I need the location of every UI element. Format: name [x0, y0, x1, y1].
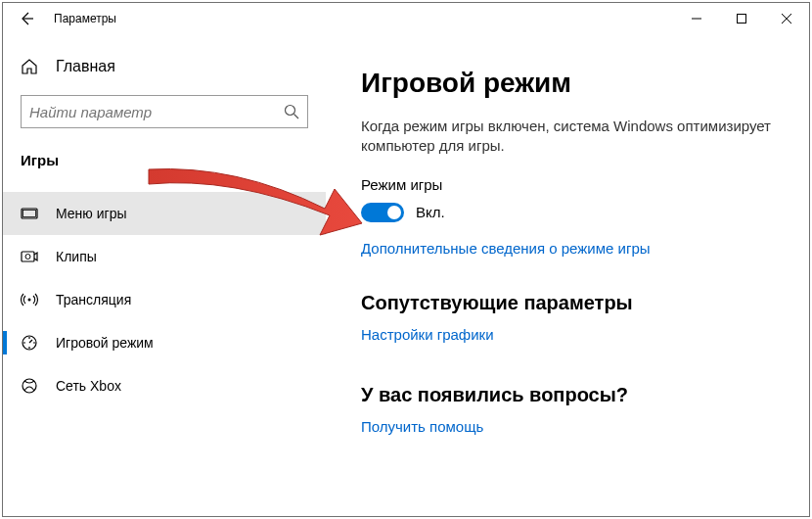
game-mode-toggle[interactable]	[361, 203, 404, 222]
main-panel: Игровой режим Когда режим игры включен, …	[326, 34, 809, 516]
graphics-settings-link[interactable]: Настройки графики	[361, 326, 494, 343]
captures-icon	[21, 248, 38, 265]
maximize-icon	[737, 14, 746, 24]
toggle-state: Вкл.	[416, 204, 445, 220]
section-header: Игры	[3, 128, 326, 178]
sidebar-item-game-mode[interactable]: Игровой режим	[3, 321, 326, 364]
toggle-label: Режим игры	[361, 176, 780, 193]
settings-window: Параметры Главная	[2, 2, 810, 517]
sidebar-item-captures[interactable]: Клипы	[3, 235, 326, 278]
game-mode-icon	[21, 334, 38, 352]
search-icon	[284, 104, 299, 119]
svg-rect-4	[22, 252, 34, 261]
minimize-button[interactable]	[674, 3, 719, 34]
arrow-left-icon	[19, 11, 34, 26]
maximize-button[interactable]	[719, 3, 764, 34]
sidebar-item-label: Сеть Xbox	[56, 378, 121, 394]
toggle-knob	[387, 206, 401, 219]
back-button[interactable]	[3, 3, 50, 34]
sidebar: Главная Игры Меню игры Клипы	[3, 34, 326, 516]
xbox-icon	[21, 377, 38, 395]
minimize-icon	[692, 14, 701, 24]
svg-point-1	[286, 106, 295, 116]
broadcasting-icon	[21, 291, 38, 308]
search-input[interactable]	[29, 104, 284, 120]
titlebar: Параметры	[3, 3, 809, 34]
svg-rect-3	[23, 211, 36, 217]
sidebar-item-label: Меню игры	[56, 206, 127, 221]
nav-list: Меню игры Клипы Трансляция	[3, 192, 326, 407]
home-icon	[21, 58, 38, 75]
toggle-row: Вкл.	[361, 203, 780, 222]
home-label: Главная	[56, 58, 115, 75]
page-description: Когда режим игры включен, система Window…	[361, 117, 780, 157]
close-icon	[782, 14, 791, 24]
sidebar-item-label: Игровой режим	[56, 335, 154, 351]
page-title: Игровой режим	[361, 68, 780, 99]
svg-point-5	[25, 255, 30, 260]
get-help-link[interactable]: Получить помощь	[361, 418, 483, 435]
window-title: Параметры	[50, 12, 116, 25]
home-button[interactable]: Главная	[3, 48, 326, 85]
more-info-link[interactable]: Дополнительные сведения о режиме игры	[361, 240, 651, 257]
window-controls	[674, 3, 809, 34]
game-bar-icon	[21, 205, 38, 222]
svg-point-6	[28, 299, 31, 302]
sidebar-item-broadcasting[interactable]: Трансляция	[3, 278, 326, 321]
sidebar-item-label: Клипы	[56, 249, 97, 264]
sidebar-item-label: Трансляция	[56, 292, 131, 307]
search-box[interactable]	[21, 95, 308, 128]
sidebar-item-xbox-networking[interactable]: Сеть Xbox	[3, 364, 326, 407]
content-area: Главная Игры Меню игры Клипы	[3, 34, 809, 516]
svg-rect-0	[738, 15, 746, 24]
help-heading: У вас появились вопросы?	[361, 384, 780, 406]
close-button[interactable]	[764, 3, 809, 34]
sidebar-item-game-bar[interactable]: Меню игры	[3, 192, 326, 235]
related-heading: Сопутствующие параметры	[361, 292, 780, 314]
